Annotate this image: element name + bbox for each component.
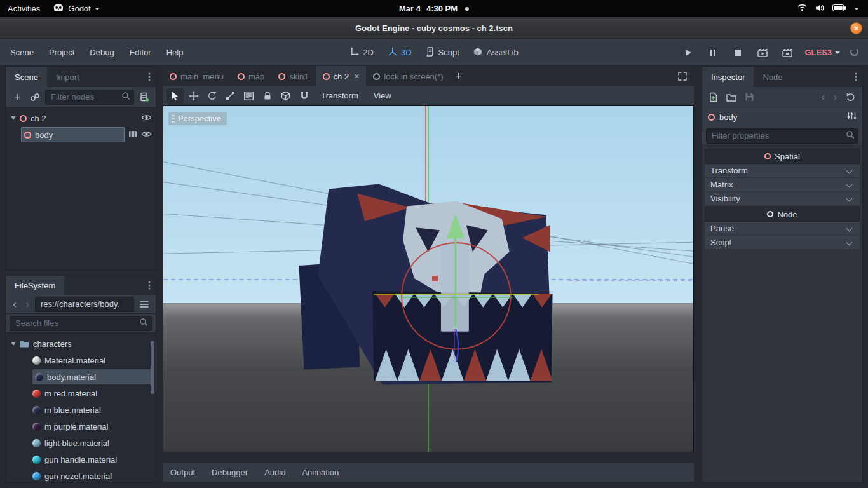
menu-help[interactable]: Help xyxy=(166,48,184,57)
caret-down-icon xyxy=(95,8,100,10)
3d-viewport[interactable]: Perspective xyxy=(163,105,694,452)
menu-project[interactable]: Project xyxy=(49,48,74,57)
file-row[interactable]: Material.material xyxy=(6,352,156,369)
window-title-bar[interactable]: Godot Engine - cuby cosmos - ch 2.tscn × xyxy=(0,17,868,39)
save-resource-button[interactable] xyxy=(742,90,757,105)
scene-tab-lock-in-screen[interactable]: lock in screen(*) xyxy=(366,66,450,86)
play-scene-button[interactable] xyxy=(755,45,770,60)
file-row[interactable]: gun handle.material xyxy=(6,451,156,468)
property-visibility[interactable]: Visibility xyxy=(705,192,860,206)
workspace-script-button[interactable]: Script xyxy=(426,47,459,58)
file-row[interactable]: m blue.material xyxy=(6,402,156,418)
audio-tab[interactable]: Audio xyxy=(264,468,285,477)
selected-file-highlight[interactable]: body.material xyxy=(32,369,152,384)
scrollbar[interactable] xyxy=(151,341,154,394)
time-label: 4:30 PM xyxy=(426,4,458,13)
system-tray[interactable] xyxy=(797,4,868,14)
history-back-button[interactable]: ‹ xyxy=(818,92,828,103)
dock-menu-icon[interactable] xyxy=(850,67,862,87)
tab-import[interactable]: Import xyxy=(47,67,88,87)
visibility-eye-icon[interactable] xyxy=(141,113,152,124)
history-forward-button[interactable]: › xyxy=(831,92,841,103)
load-resource-button[interactable] xyxy=(724,90,739,105)
collapse-arrow-icon[interactable] xyxy=(11,116,16,120)
output-tab[interactable]: Output xyxy=(170,468,195,477)
snap-magnet-icon[interactable] xyxy=(295,88,313,104)
animation-tab[interactable]: Animation xyxy=(302,468,339,477)
menu-debug[interactable]: Debug xyxy=(90,48,114,57)
group-icon[interactable] xyxy=(277,88,294,104)
move-tool-button[interactable] xyxy=(185,88,202,104)
object-tools-icon[interactable] xyxy=(847,111,857,123)
tab-filesystem[interactable]: FileSystem xyxy=(6,276,64,295)
category-node[interactable]: Node xyxy=(705,207,860,222)
nav-back-button[interactable]: ‹ xyxy=(10,297,20,312)
film-icon[interactable] xyxy=(128,130,137,140)
scale-tool-button[interactable] xyxy=(222,88,239,104)
select-tool-button[interactable] xyxy=(166,88,184,104)
play-button[interactable] xyxy=(681,45,696,60)
scene-tab-skin1[interactable]: skin1 xyxy=(271,66,315,86)
tree-row-body[interactable]: body xyxy=(6,126,156,143)
attach-script-button[interactable] xyxy=(137,90,152,105)
wifi-icon xyxy=(797,4,808,13)
collapse-arrow-icon[interactable] xyxy=(11,342,16,346)
lock-icon[interactable] xyxy=(259,88,276,104)
list-select-tool-button[interactable] xyxy=(240,88,257,104)
property-matrix[interactable]: Matrix xyxy=(705,178,860,192)
category-spatial[interactable]: Spatial xyxy=(705,149,860,164)
history-icon[interactable] xyxy=(843,90,858,105)
rotate-tool-button[interactable] xyxy=(203,88,220,104)
path-input[interactable] xyxy=(35,297,134,312)
file-row[interactable]: m purple.material xyxy=(6,418,156,435)
add-node-button[interactable]: + xyxy=(10,90,25,105)
display-mode-icon[interactable] xyxy=(137,297,152,312)
scene-tab-map[interactable]: map xyxy=(231,66,271,86)
scene-tree[interactable]: ch 2 body xyxy=(6,107,156,269)
window-close-button[interactable]: × xyxy=(850,22,862,34)
scene-tab-main-menu[interactable]: main_menu xyxy=(163,66,231,86)
dock-menu-icon[interactable] xyxy=(143,276,156,295)
property-pause[interactable]: Pause xyxy=(705,222,860,236)
projection-menu[interactable]: Perspective xyxy=(168,112,227,125)
clock[interactable]: Mar 4 4:30 PM xyxy=(399,4,469,13)
tab-node[interactable]: Node xyxy=(754,67,791,87)
file-row[interactable]: gun nozel.material xyxy=(6,468,156,482)
view-menu[interactable]: View xyxy=(367,91,398,100)
file-row[interactable]: m red.material xyxy=(6,385,156,402)
property-script[interactable]: Script xyxy=(705,236,860,250)
nav-forward-button[interactable]: › xyxy=(22,297,32,312)
property-transform[interactable]: Transform xyxy=(705,164,860,178)
visibility-eye-icon[interactable] xyxy=(141,130,152,140)
tab-inspector[interactable]: Inspector xyxy=(702,67,754,87)
new-resource-button[interactable] xyxy=(706,90,721,105)
tree-row-ch2[interactable]: ch 2 xyxy=(6,110,156,126)
renderer-select[interactable]: GLES3 xyxy=(804,48,840,57)
file-row[interactable]: light blue.material xyxy=(6,435,156,451)
stop-button[interactable] xyxy=(730,45,745,60)
file-row-selected[interactable]: body.material xyxy=(6,369,156,385)
activities-button[interactable]: Activities xyxy=(8,4,40,13)
transform-menu[interactable]: Transform xyxy=(314,91,365,100)
folder-row[interactable]: characters xyxy=(6,336,156,352)
filter-properties-input[interactable] xyxy=(706,128,858,144)
scene-tab-ch2[interactable]: ch 2 × xyxy=(316,66,367,86)
selected-node-highlight[interactable]: body xyxy=(21,127,125,142)
workspace-3d-button[interactable]: 3D xyxy=(388,47,412,58)
play-custom-scene-button[interactable] xyxy=(780,45,795,60)
workspace-assetlib-button[interactable]: AssetLib xyxy=(473,47,519,58)
menu-scene[interactable]: Scene xyxy=(10,48,34,57)
workspace-2d-button[interactable]: 2D xyxy=(349,47,374,58)
search-files-input[interactable] xyxy=(10,316,152,331)
filter-nodes-input[interactable] xyxy=(45,90,134,105)
tab-close-icon[interactable]: × xyxy=(354,71,359,81)
menu-editor[interactable]: Editor xyxy=(130,48,151,57)
distraction-free-button[interactable] xyxy=(677,66,694,86)
debugger-tab[interactable]: Debugger xyxy=(212,468,248,477)
filesystem-tree[interactable]: characters Material.material body.materi… xyxy=(6,333,156,482)
app-menu[interactable]: Godot xyxy=(53,3,99,14)
new-scene-tab-button[interactable]: + xyxy=(451,66,467,86)
pause-button[interactable] xyxy=(705,45,721,60)
instance-scene-button[interactable] xyxy=(27,90,43,105)
tab-scene[interactable]: Scene xyxy=(6,67,47,87)
